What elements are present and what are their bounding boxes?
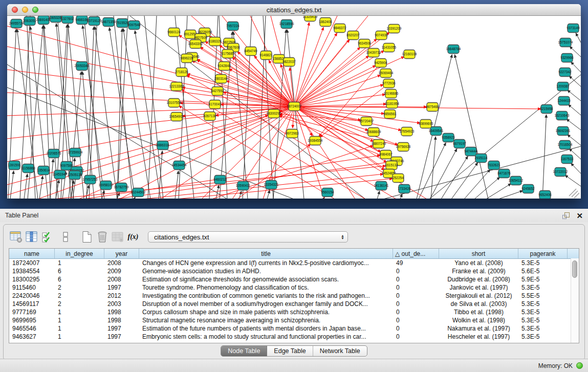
graph-node[interactable] [222,50,233,58]
graph-node[interactable] [190,40,201,49]
graph-node[interactable] [62,16,73,24]
graph-node[interactable] [427,103,438,112]
function-builder-icon[interactable]: f(x) [125,230,141,244]
graph-node[interactable] [465,147,476,156]
graph-node[interactable] [157,141,168,150]
minimize-window-icon[interactable] [22,7,28,13]
table-row[interactable]: 969969511998Structural magnetic resonanc… [9,316,579,324]
graph-node[interactable] [273,55,285,63]
graph-node[interactable] [557,127,569,136]
graph-node[interactable] [209,37,221,46]
graph-node[interactable] [11,19,22,28]
graph-node[interactable] [260,51,272,60]
graph-node[interactable] [84,176,96,184]
table-row[interactable]: 1938455462009Genome-wide association stu… [9,267,579,275]
graph-node[interactable] [214,176,226,184]
close-window-icon[interactable] [12,7,18,13]
column-header-pagerank[interactable]: pagerank [518,249,568,258]
graph-node[interactable] [376,182,387,190]
graph-node[interactable] [204,112,215,121]
delete-list-icon[interactable] [95,230,110,244]
graph-node[interactable] [173,161,185,170]
graph-node[interactable] [219,62,230,71]
close-panel-icon[interactable]: ✕ [576,212,583,220]
graph-node[interactable] [361,117,372,126]
graph-node[interactable] [373,140,384,148]
table-row[interactable]: 1872400712008Changes of HCN gene express… [9,259,579,267]
table-row[interactable]: 1456911722003Disruption of a novel membe… [9,300,579,308]
zoom-window-icon[interactable] [32,7,38,13]
row-height-icon[interactable] [58,230,73,244]
graph-node[interactable] [420,120,431,128]
graph-node[interactable] [281,20,292,29]
graph-node[interactable] [304,16,316,21]
graph-node[interactable] [89,17,100,26]
graph-node[interactable] [24,17,35,26]
graph-node[interactable] [48,149,59,158]
table-row[interactable]: 977716911998Corpus callosum shape and si… [9,308,579,316]
graph-node[interactable] [70,148,81,157]
graph-node[interactable] [383,43,395,52]
graph-node[interactable] [561,54,573,62]
table-row[interactable]: 946362711997Embryonic stem cells: a mode… [9,333,579,341]
graph-node[interactable] [61,162,72,170]
show-columns-icon[interactable] [24,230,39,244]
graph-node[interactable] [539,191,551,199]
graph-node[interactable] [454,140,465,148]
graph-node[interactable] [227,22,238,31]
graph-node[interactable] [171,113,182,121]
graph-node[interactable] [181,54,192,63]
graph-node[interactable] [386,161,397,170]
scrollbar-thumb[interactable] [572,260,577,278]
graph-node[interactable] [448,45,459,54]
graph-node[interactable] [561,155,573,164]
graph-node[interactable] [289,102,300,111]
graph-node[interactable] [475,154,487,163]
graph-node[interactable] [557,82,569,91]
graph-node[interactable] [559,141,571,149]
graph-node[interactable] [376,31,387,40]
column-header-short[interactable]: short [439,249,518,258]
float-panel-icon[interactable] [562,212,570,220]
table-row[interactable]: 911546021997Tourette syndrome. Phenomeno… [9,283,579,292]
graph-node[interactable] [380,69,391,78]
graph-node[interactable] [322,188,333,197]
graph-node[interactable] [287,129,298,138]
graph-node[interactable] [385,90,397,98]
graph-node[interactable] [368,49,379,57]
graph-node[interactable] [23,164,34,173]
network-graph[interactable]: 2495572420630512069140610653287132760294… [7,16,581,199]
graph-node[interactable] [560,38,571,47]
graph-node[interactable] [215,75,227,83]
table-row[interactable]: 2242004622012Investigating the contribut… [9,292,579,300]
graph-node[interactable] [399,185,410,193]
graph-node[interactable] [54,170,66,179]
graph-node[interactable] [100,181,112,190]
network-canvas[interactable]: 2495572420630512069140610653287132760294… [7,16,581,199]
table-row[interactable]: 946554611997Estimation of the future num… [9,324,579,333]
graph-node[interactable] [347,31,359,40]
graph-node[interactable] [266,181,277,189]
tab-network-table[interactable]: Network Table [313,346,367,356]
graph-node[interactable] [558,97,570,105]
table-selector-dropdown[interactable]: citations_edges.txt ▲▼ [148,231,348,243]
table-row[interactable]: 1830029562008Estimation of significance … [9,275,579,283]
graph-node[interactable] [38,16,49,25]
graph-node[interactable] [386,100,398,108]
graph-node[interactable] [133,188,144,197]
graph-node[interactable] [76,62,88,71]
graph-node[interactable] [128,21,140,30]
graph-node[interactable] [383,79,395,88]
select-rows-icon[interactable] [39,230,55,244]
graph-node[interactable] [555,168,566,177]
graph-node[interactable] [522,185,534,193]
column-header-title[interactable]: title [139,249,393,258]
column-header-year[interactable]: year [104,249,139,258]
graph-node[interactable] [510,177,521,185]
graph-node[interactable] [404,50,415,59]
graph-node[interactable] [171,82,182,91]
graph-node[interactable] [359,39,370,48]
graph-node[interactable] [559,68,571,77]
graph-node[interactable] [168,99,180,107]
graph-node[interactable] [50,16,61,23]
